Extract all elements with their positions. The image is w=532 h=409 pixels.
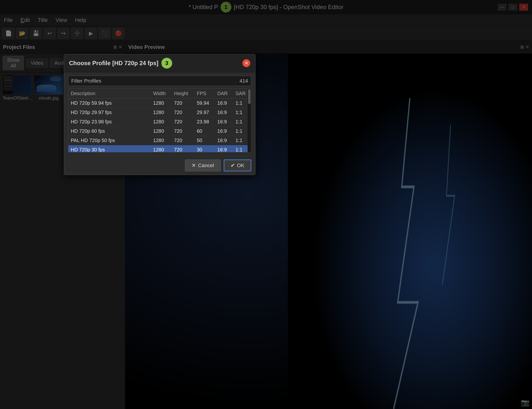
profile-cell-height-3: 720 bbox=[171, 127, 194, 136]
profile-cell-height-2: 720 bbox=[171, 117, 194, 127]
profile-cell-fps-4: 50 bbox=[194, 136, 215, 145]
profile-cell-dar-3: 16:9 bbox=[215, 127, 233, 136]
profile-cell-fps-5: 30 bbox=[194, 145, 215, 153]
cancel-icon: ✕ bbox=[192, 162, 196, 168]
profile-cell-height-1: 720 bbox=[171, 108, 194, 117]
col-width: Width bbox=[151, 89, 172, 99]
col-fps: FPS bbox=[194, 89, 215, 99]
cancel-label: Cancel bbox=[198, 162, 214, 168]
profiles-table-container[interactable]: Description Width Height FPS DAR SAR HD … bbox=[68, 88, 251, 152]
modal-close-button[interactable]: ✕ bbox=[242, 59, 250, 67]
profile-cell-height-5: 720 bbox=[171, 145, 194, 153]
profile-cell-fps-1: 29.97 bbox=[194, 108, 215, 117]
profile-cell-dar-5: 16:9 bbox=[215, 145, 233, 153]
ok-label: OK bbox=[237, 162, 244, 168]
profiles-table: Description Width Height FPS DAR SAR HD … bbox=[68, 89, 251, 152]
modal-title: Choose Profile [HD 720p 24 fps] 3 bbox=[69, 58, 172, 69]
profile-cell-fps-0: 59.94 bbox=[194, 99, 215, 108]
profile-cell-height-4: 720 bbox=[171, 136, 194, 145]
profile-row-0[interactable]: HD 720p 59.94 fps128072059.9416:91:1 bbox=[68, 99, 251, 108]
filter-profiles-label: Filter Profiles bbox=[71, 78, 101, 84]
col-description: Description bbox=[68, 89, 151, 99]
col-height: Height bbox=[171, 89, 194, 99]
filter-profiles-bar: Filter Profiles 414 bbox=[68, 76, 251, 86]
profile-cell-dar-2: 16:9 bbox=[215, 117, 233, 127]
profile-cell-height-0: 720 bbox=[171, 99, 194, 108]
choose-profile-dialog: Choose Profile [HD 720p 24 fps] 3 ✕ Filt… bbox=[64, 54, 255, 175]
profile-cell-desc-5: HD 720p 30 fps bbox=[68, 145, 151, 153]
modal-title-text: Choose Profile [HD 720p 24 fps] bbox=[69, 60, 158, 67]
profile-cell-desc-4: PAL HD 720p 50 fps bbox=[68, 136, 151, 145]
modal-step-badge: 3 bbox=[161, 58, 172, 69]
profile-cell-dar-1: 16:9 bbox=[215, 108, 233, 117]
profile-cell-dar-0: 16:9 bbox=[215, 99, 233, 108]
profile-row-3[interactable]: HD 720p 60 fps12807206016:91:1 bbox=[68, 127, 251, 136]
profile-cell-width-1: 1280 bbox=[151, 108, 172, 117]
profile-cell-dar-4: 16:9 bbox=[215, 136, 233, 145]
profile-cell-width-4: 1280 bbox=[151, 136, 172, 145]
profile-row-2[interactable]: HD 720p 23.98 fps128072023.9816:91:1 bbox=[68, 117, 251, 127]
profile-cell-width-5: 1280 bbox=[151, 145, 172, 153]
modal-footer: ✕ Cancel ✔ OK bbox=[64, 156, 255, 175]
profile-cell-width-3: 1280 bbox=[151, 127, 172, 136]
profile-cell-fps-2: 23.98 bbox=[194, 117, 215, 127]
filter-profiles-count: 414 bbox=[239, 78, 248, 84]
profile-cell-desc-3: HD 720p 60 fps bbox=[68, 127, 151, 136]
profile-row-4[interactable]: PAL HD 720p 50 fps12807205016:91:1 bbox=[68, 136, 251, 145]
col-dar: DAR bbox=[215, 89, 233, 99]
profile-cell-desc-0: HD 720p 59.94 fps bbox=[68, 99, 151, 108]
profile-cell-desc-2: HD 720p 23.98 fps bbox=[68, 117, 151, 127]
table-scrollbar-thumb[interactable] bbox=[248, 89, 251, 104]
profile-cell-fps-3: 60 bbox=[194, 127, 215, 136]
ok-icon: ✔ bbox=[231, 162, 235, 168]
cancel-button[interactable]: ✕ Cancel bbox=[185, 160, 221, 171]
profile-cell-width-0: 1280 bbox=[151, 99, 172, 108]
table-scrollbar[interactable] bbox=[248, 89, 251, 152]
profile-row-1[interactable]: HD 720p 29.97 fps128072029.9716:91:1 bbox=[68, 108, 251, 117]
modal-title-bar: Choose Profile [HD 720p 24 fps] 3 ✕ bbox=[64, 54, 255, 72]
modal-body: Filter Profiles 414 Description Width He… bbox=[64, 72, 255, 156]
modal-overlay: Choose Profile [HD 720p 24 fps] 3 ✕ Filt… bbox=[0, 0, 532, 409]
ok-button[interactable]: ✔ OK bbox=[224, 160, 251, 171]
profile-cell-desc-1: HD 720p 29.97 fps bbox=[68, 108, 151, 117]
profile-row-5[interactable]: HD 720p 30 fps12807203016:91:1 bbox=[68, 145, 251, 153]
profiles-table-header: Description Width Height FPS DAR SAR bbox=[68, 89, 251, 99]
profile-cell-width-2: 1280 bbox=[151, 117, 172, 127]
